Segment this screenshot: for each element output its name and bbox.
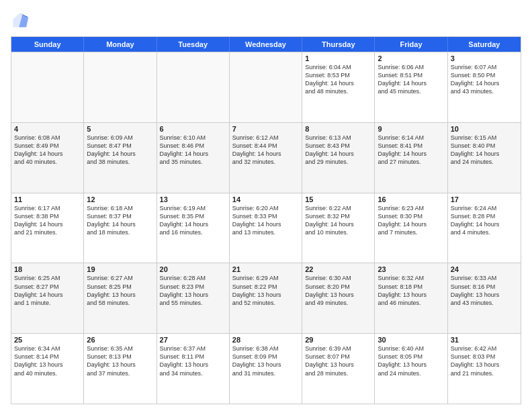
day-number: 26 xyxy=(87,336,153,344)
header-day-monday: Monday xyxy=(84,37,157,52)
calendar-cell: 1Sunrise: 6:04 AM Sunset: 8:53 PM Daylig… xyxy=(302,52,375,122)
cell-daylight-info: Sunrise: 6:23 AM Sunset: 8:30 PM Dayligh… xyxy=(378,204,444,237)
cell-daylight-info: Sunrise: 6:18 AM Sunset: 8:37 PM Dayligh… xyxy=(87,204,153,237)
cell-daylight-info: Sunrise: 6:07 AM Sunset: 8:50 PM Dayligh… xyxy=(451,63,518,96)
day-number: 21 xyxy=(232,265,299,273)
calendar-cell: 2Sunrise: 6:06 AM Sunset: 8:51 PM Daylig… xyxy=(375,52,447,122)
calendar-body: 1Sunrise: 6:04 AM Sunset: 8:53 PM Daylig… xyxy=(11,52,521,404)
cell-daylight-info: Sunrise: 6:28 AM Sunset: 8:23 PM Dayligh… xyxy=(160,274,226,307)
day-number: 4 xyxy=(14,125,81,133)
cell-daylight-info: Sunrise: 6:20 AM Sunset: 8:33 PM Dayligh… xyxy=(232,204,299,237)
header-day-wednesday: Wednesday xyxy=(230,37,302,52)
cell-daylight-info: Sunrise: 6:10 AM Sunset: 8:46 PM Dayligh… xyxy=(160,134,226,167)
calendar-cell: 28Sunrise: 6:38 AM Sunset: 8:09 PM Dayli… xyxy=(230,334,302,404)
calendar-cell: 19Sunrise: 6:27 AM Sunset: 8:25 PM Dayli… xyxy=(84,263,157,333)
calendar-cell xyxy=(84,52,157,122)
day-number: 31 xyxy=(451,336,518,344)
calendar-row-3: 18Sunrise: 6:25 AM Sunset: 8:27 PM Dayli… xyxy=(11,263,521,333)
calendar-cell: 18Sunrise: 6:25 AM Sunset: 8:27 PM Dayli… xyxy=(11,263,84,333)
calendar-cell: 6Sunrise: 6:10 AM Sunset: 8:46 PM Daylig… xyxy=(157,123,230,193)
day-number: 10 xyxy=(451,125,518,133)
calendar: SundayMondayTuesdayWednesdayThursdayFrid… xyxy=(11,36,521,404)
calendar-cell: 29Sunrise: 6:39 AM Sunset: 8:07 PM Dayli… xyxy=(302,334,375,404)
cell-daylight-info: Sunrise: 6:25 AM Sunset: 8:27 PM Dayligh… xyxy=(14,274,81,307)
calendar-row-1: 4Sunrise: 6:08 AM Sunset: 8:49 PM Daylig… xyxy=(11,122,521,193)
logo xyxy=(11,11,32,30)
day-number: 2 xyxy=(378,54,444,62)
calendar-cell: 12Sunrise: 6:18 AM Sunset: 8:37 PM Dayli… xyxy=(84,193,157,263)
calendar-cell: 25Sunrise: 6:34 AM Sunset: 8:14 PM Dayli… xyxy=(11,334,84,404)
cell-daylight-info: Sunrise: 6:13 AM Sunset: 8:43 PM Dayligh… xyxy=(305,134,371,167)
header-day-friday: Friday xyxy=(375,37,447,52)
cell-daylight-info: Sunrise: 6:40 AM Sunset: 8:05 PM Dayligh… xyxy=(378,345,444,377)
cell-daylight-info: Sunrise: 6:33 AM Sunset: 8:16 PM Dayligh… xyxy=(451,274,518,307)
calendar-cell: 9Sunrise: 6:14 AM Sunset: 8:41 PM Daylig… xyxy=(375,123,447,193)
cell-daylight-info: Sunrise: 6:42 AM Sunset: 8:03 PM Dayligh… xyxy=(451,345,518,377)
day-number: 12 xyxy=(87,195,153,203)
cell-daylight-info: Sunrise: 6:09 AM Sunset: 8:47 PM Dayligh… xyxy=(87,134,153,167)
calendar-row-0: 1Sunrise: 6:04 AM Sunset: 8:53 PM Daylig… xyxy=(11,52,521,122)
day-number: 3 xyxy=(451,54,518,62)
calendar-cell xyxy=(230,52,302,122)
calendar-cell: 24Sunrise: 6:33 AM Sunset: 8:16 PM Dayli… xyxy=(448,263,521,333)
calendar-cell: 5Sunrise: 6:09 AM Sunset: 8:47 PM Daylig… xyxy=(84,123,157,193)
cell-daylight-info: Sunrise: 6:32 AM Sunset: 8:18 PM Dayligh… xyxy=(378,274,444,307)
header xyxy=(11,11,521,30)
day-number: 7 xyxy=(232,125,299,133)
day-number: 9 xyxy=(378,125,444,133)
day-number: 22 xyxy=(305,265,371,273)
day-number: 13 xyxy=(160,195,226,203)
calendar-row-4: 25Sunrise: 6:34 AM Sunset: 8:14 PM Dayli… xyxy=(11,333,521,404)
calendar-cell: 16Sunrise: 6:23 AM Sunset: 8:30 PM Dayli… xyxy=(375,193,447,263)
day-number: 6 xyxy=(160,125,226,133)
calendar-cell xyxy=(157,52,230,122)
calendar-cell: 23Sunrise: 6:32 AM Sunset: 8:18 PM Dayli… xyxy=(375,263,447,333)
calendar-cell xyxy=(11,52,84,122)
day-number: 17 xyxy=(451,195,518,203)
cell-daylight-info: Sunrise: 6:19 AM Sunset: 8:35 PM Dayligh… xyxy=(160,204,226,237)
calendar-cell: 11Sunrise: 6:17 AM Sunset: 8:38 PM Dayli… xyxy=(11,193,84,263)
cell-daylight-info: Sunrise: 6:34 AM Sunset: 8:14 PM Dayligh… xyxy=(14,345,81,377)
calendar-cell: 17Sunrise: 6:24 AM Sunset: 8:28 PM Dayli… xyxy=(448,193,521,263)
calendar-cell: 26Sunrise: 6:35 AM Sunset: 8:13 PM Dayli… xyxy=(84,334,157,404)
calendar-cell: 3Sunrise: 6:07 AM Sunset: 8:50 PM Daylig… xyxy=(448,52,521,122)
day-number: 25 xyxy=(14,336,81,344)
logo-icon xyxy=(11,11,30,30)
day-number: 14 xyxy=(232,195,299,203)
day-number: 20 xyxy=(160,265,226,273)
header-day-saturday: Saturday xyxy=(448,37,521,52)
cell-daylight-info: Sunrise: 6:38 AM Sunset: 8:09 PM Dayligh… xyxy=(232,345,299,377)
cell-daylight-info: Sunrise: 6:27 AM Sunset: 8:25 PM Dayligh… xyxy=(87,274,153,307)
calendar-cell: 13Sunrise: 6:19 AM Sunset: 8:35 PM Dayli… xyxy=(157,193,230,263)
day-number: 27 xyxy=(160,336,226,344)
calendar-cell: 27Sunrise: 6:37 AM Sunset: 8:11 PM Dayli… xyxy=(157,334,230,404)
cell-daylight-info: Sunrise: 6:22 AM Sunset: 8:32 PM Dayligh… xyxy=(305,204,371,237)
header-day-thursday: Thursday xyxy=(302,37,375,52)
calendar-header: SundayMondayTuesdayWednesdayThursdayFrid… xyxy=(11,37,521,52)
cell-daylight-info: Sunrise: 6:08 AM Sunset: 8:49 PM Dayligh… xyxy=(14,134,81,167)
cell-daylight-info: Sunrise: 6:12 AM Sunset: 8:44 PM Dayligh… xyxy=(232,134,299,167)
day-number: 19 xyxy=(87,265,153,273)
calendar-cell: 7Sunrise: 6:12 AM Sunset: 8:44 PM Daylig… xyxy=(230,123,302,193)
cell-daylight-info: Sunrise: 6:15 AM Sunset: 8:40 PM Dayligh… xyxy=(451,134,518,167)
day-number: 1 xyxy=(305,54,371,62)
day-number: 18 xyxy=(14,265,81,273)
calendar-cell: 21Sunrise: 6:29 AM Sunset: 8:22 PM Dayli… xyxy=(230,263,302,333)
calendar-cell: 31Sunrise: 6:42 AM Sunset: 8:03 PM Dayli… xyxy=(448,334,521,404)
page: SundayMondayTuesdayWednesdayThursdayFrid… xyxy=(0,0,532,411)
day-number: 11 xyxy=(14,195,81,203)
header-day-tuesday: Tuesday xyxy=(157,37,230,52)
calendar-cell: 14Sunrise: 6:20 AM Sunset: 8:33 PM Dayli… xyxy=(230,193,302,263)
cell-daylight-info: Sunrise: 6:24 AM Sunset: 8:28 PM Dayligh… xyxy=(451,204,518,237)
cell-daylight-info: Sunrise: 6:14 AM Sunset: 8:41 PM Dayligh… xyxy=(378,134,444,167)
day-number: 23 xyxy=(378,265,444,273)
calendar-row-2: 11Sunrise: 6:17 AM Sunset: 8:38 PM Dayli… xyxy=(11,193,521,263)
cell-daylight-info: Sunrise: 6:06 AM Sunset: 8:51 PM Dayligh… xyxy=(378,63,444,96)
cell-daylight-info: Sunrise: 6:17 AM Sunset: 8:38 PM Dayligh… xyxy=(14,204,81,237)
calendar-cell: 4Sunrise: 6:08 AM Sunset: 8:49 PM Daylig… xyxy=(11,123,84,193)
cell-daylight-info: Sunrise: 6:37 AM Sunset: 8:11 PM Dayligh… xyxy=(160,345,226,377)
cell-daylight-info: Sunrise: 6:29 AM Sunset: 8:22 PM Dayligh… xyxy=(232,274,299,307)
day-number: 15 xyxy=(305,195,371,203)
day-number: 5 xyxy=(87,125,153,133)
day-number: 29 xyxy=(305,336,371,344)
